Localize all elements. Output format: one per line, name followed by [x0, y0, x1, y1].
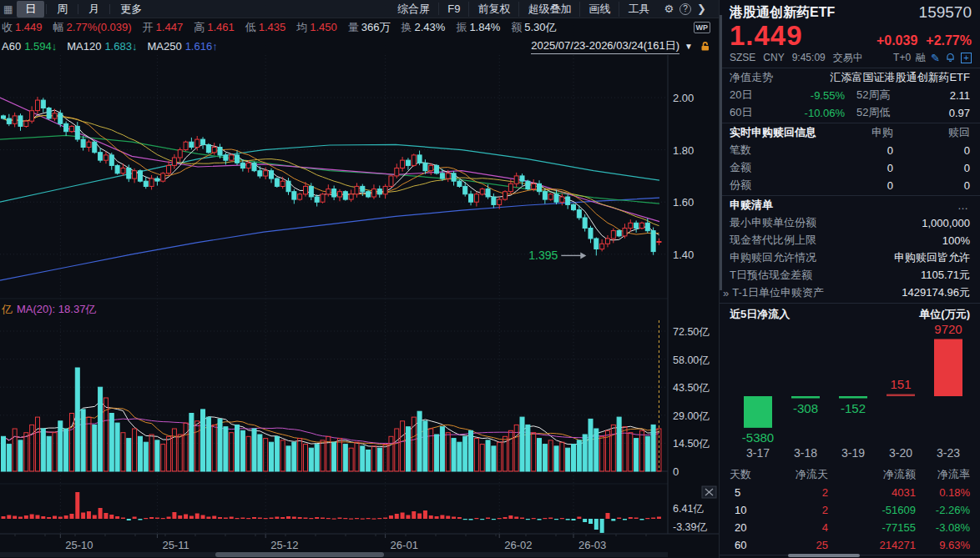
flow-table-row: 60 25 214271 9.63%	[720, 536, 980, 554]
trading-status: 交易中	[833, 51, 863, 65]
svg-text:亿: 亿	[1, 303, 13, 315]
svg-text:1.80: 1.80	[673, 144, 694, 157]
gear-icon[interactable]: ⚙	[658, 3, 679, 15]
quote-panel: 港股通创新药ETF 159570 1.449 +0.039+2.77% SZSE…	[719, 0, 980, 558]
svg-text:1.60: 1.60	[673, 196, 694, 209]
security-name: 港股通创新药ETF	[730, 4, 835, 22]
panel-bottom-scrollbar[interactable]	[788, 554, 860, 557]
netflow-section: 近5日净流入 单位(万元) -53803-17-3083-18-1523-191…	[720, 304, 980, 465]
list-row: » T-1日单位申赎资产1429174.96元	[720, 284, 980, 302]
margin-flag: 融	[916, 51, 926, 65]
realtime-row: 份额 0 0	[720, 177, 980, 194]
chevron-right-icon[interactable]: ❯	[691, 3, 712, 15]
menu-f9[interactable]: F9	[438, 3, 468, 15]
more-icon[interactable]: …	[957, 199, 970, 212]
unlock-icon[interactable]	[700, 41, 710, 52]
svg-text:2.00: 2.00	[673, 92, 694, 104]
stat-open: 开1.447	[143, 20, 184, 35]
price-line: 1.449 +0.039+2.77%	[720, 22, 980, 50]
netflow-unit: 单位(万元)	[919, 307, 970, 322]
svg-text:25-11: 25-11	[162, 539, 189, 551]
divider	[46, 4, 47, 14]
svg-text:25-10: 25-10	[65, 539, 93, 551]
svg-text:3-17: 3-17	[746, 446, 770, 460]
period-tab-bar: ▦ 日 周 月 更多 综合屏 F9 前复权 超级叠加 画线 工具 ⚙ ? ❯	[0, 0, 719, 18]
flow-table-row: 5 2 4031 0.18%	[720, 484, 980, 501]
menu-tools[interactable]: 工具	[619, 2, 658, 17]
stat-volume: 量366万	[348, 20, 391, 35]
menu-draw-line[interactable]: 画线	[579, 2, 619, 17]
nav-row: 60日 -10.06% 52周低 0.97	[720, 104, 980, 122]
svg-text:3-18: 3-18	[794, 446, 817, 460]
main-chart[interactable]: 25-1025-1125-1226-0126-0226-032.001.801.…	[0, 55, 719, 558]
flags-group: T+0 融 ✎ +	[893, 51, 972, 65]
tab-day[interactable]: 日	[17, 1, 44, 18]
fund-name[interactable]: 汇添富国证港股通创新药ETF	[830, 70, 970, 85]
tab-more[interactable]: 更多	[112, 1, 150, 18]
edit-icon[interactable]: ✎	[931, 52, 940, 64]
svg-text:6.41亿: 6.41亿	[673, 503, 704, 515]
exchange-label: SZSE	[730, 52, 755, 63]
svg-text:151: 151	[890, 376, 911, 390]
ma60-value: 1.594↓	[24, 40, 57, 53]
tab-week[interactable]: 周	[48, 1, 76, 18]
svg-text:25-12: 25-12	[270, 539, 298, 551]
svg-text:43.50亿: 43.50亿	[673, 382, 710, 394]
chevron-down-icon[interactable]: ▼	[684, 42, 693, 51]
list-row: 现金替代比例上限100%	[720, 232, 980, 249]
panel-header: 港股通创新药ETF 159570	[720, 0, 980, 22]
ma120-label: MA120	[67, 40, 101, 53]
ma120-value: 1.683↓	[104, 40, 137, 53]
flow-table-row: 10 2 -51609 -2.26%	[720, 501, 980, 519]
menu-super-overlay[interactable]: 超级叠加	[518, 2, 579, 17]
svg-text:3-19: 3-19	[841, 446, 865, 460]
svg-text:9720: 9720	[934, 322, 962, 336]
svg-text:MA(20): 18.37亿: MA(20): 18.37亿	[17, 303, 96, 315]
stat-avg: 均1.450	[296, 20, 337, 35]
ma60-label: A60	[2, 40, 21, 53]
panel-scrollbar[interactable]	[720, 15, 722, 290]
realtime-row: 笔数 0 0	[720, 142, 980, 159]
chart-menu: 综合屏 F9 前复权 超级叠加 画线 工具 ⚙ ? ❯	[389, 2, 712, 17]
subscription-list-section: 申赎清单 … 最小申赎单位份额1,000,000 现金替代比例上限100% 申购…	[720, 196, 980, 304]
svg-text:1.395: 1.395	[528, 249, 558, 262]
bell-icon[interactable]	[945, 53, 956, 63]
stat-range: 幅2.77%(0.039)	[53, 20, 132, 35]
divider	[109, 4, 110, 14]
stat-amount: 额5.30亿	[511, 20, 556, 35]
svg-text:3-20: 3-20	[889, 446, 912, 460]
menu-composite-screen[interactable]: 综合屏	[389, 2, 438, 17]
date-range-selector[interactable]: 2025/07/23-2026/03/24(161日)	[531, 38, 679, 54]
realtime-row: 金额 0 0	[720, 159, 980, 177]
list-row: T日预估现金差额1105.71元	[720, 267, 980, 284]
market-info-line: SZSE CNY 9:45:09 交易中 T+0 融 ✎ +	[720, 50, 980, 68]
stat-close: 收1.449	[2, 20, 43, 35]
ma-legend-bar: A60 1.594↓ MA120 1.683↓ MA250 1.616↑ 202…	[0, 37, 719, 55]
svg-text:0: 0	[673, 465, 679, 478]
quote-time: 9:45:09	[792, 52, 826, 63]
menu-forward-adjust[interactable]: 前复权	[468, 2, 518, 17]
svg-text:26-01: 26-01	[391, 539, 418, 551]
double-chevron-icon: »	[723, 287, 729, 299]
price-change: +0.039+2.77%	[868, 33, 972, 48]
svg-text:14.50亿: 14.50亿	[673, 438, 710, 450]
help-icon[interactable]: ?	[679, 3, 691, 15]
tab-month[interactable]: 月	[80, 1, 108, 18]
svg-text:-5380: -5380	[742, 430, 774, 445]
nav-title: 净值走势	[730, 70, 773, 85]
svg-text:3-23: 3-23	[937, 446, 960, 460]
wencai-icon[interactable]: WP	[694, 22, 711, 33]
flow-table-section: 天数 净流天 净流额 净流率 5 2 4031 0.18% 10 2 -5160…	[720, 465, 980, 555]
divider	[78, 4, 78, 14]
netflow-title: 近5日净流入	[730, 307, 790, 322]
svg-text:26-03: 26-03	[578, 539, 606, 551]
svg-text:26-02: 26-02	[504, 539, 532, 551]
svg-text:-3.39亿: -3.39亿	[673, 521, 707, 533]
flow-table-header: 天数 净流天 净流额 净流率	[720, 466, 980, 484]
list-title: 申赎清单	[730, 198, 773, 213]
add-icon[interactable]: +	[961, 53, 972, 63]
grid-icon[interactable]: ▦	[3, 3, 13, 15]
svg-text:-152: -152	[841, 400, 866, 415]
ma250-value: 1.616↑	[185, 40, 218, 53]
quote-stats-bar: 收1.449 幅2.77%(0.039) 开1.447 高1.461 低1.43…	[0, 18, 719, 37]
